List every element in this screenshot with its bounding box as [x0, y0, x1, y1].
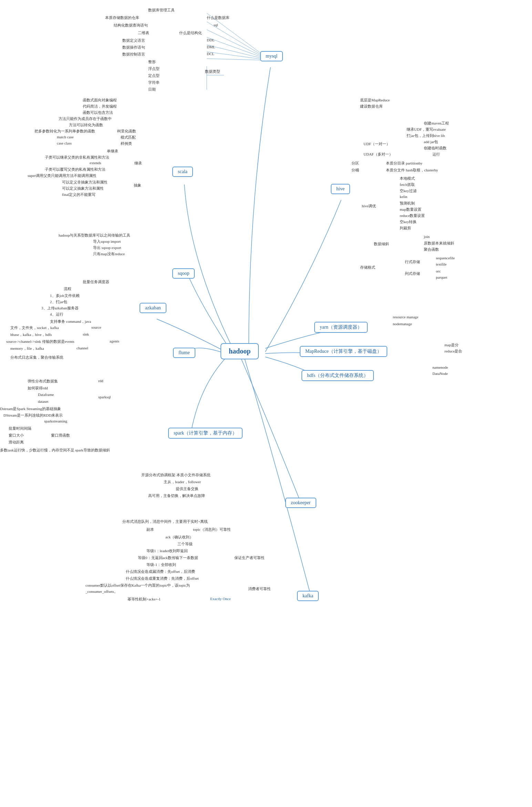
text-run: 运行 [432, 152, 440, 157]
text-maven: 创建maven工程 [424, 121, 449, 126]
text-empty-key: 空key过滤 [400, 188, 417, 193]
text-datanode: DataNode [432, 371, 448, 376]
text-agg-func: 聚合函数 [424, 247, 439, 252]
text-az-step2: 2、打jar包 [50, 299, 67, 305]
kafka-node: kafka [297, 591, 319, 601]
text-partitionby: 本质分目录 partitionby [386, 161, 422, 166]
text-hive-mr: 底层是MapReduce [360, 98, 390, 103]
text-join: join [424, 235, 430, 239]
text-ddl: DDL [207, 38, 215, 42]
text-date: 日期 [148, 87, 156, 92]
text-flume-channel: channel [76, 346, 88, 350]
text-kafka-miss: 什么情况会造成漏消费：先offset，后消费 [126, 569, 195, 574]
text-data-type: 数据类型 [205, 69, 220, 74]
text-kafka-desc: 分布式消息队列，消息中间件，主要用于实时+离线 [122, 519, 208, 524]
text-abstract-def: 可以定义抽象方法和属性 [62, 186, 104, 191]
text-flume-desc: 分布式日志采集，聚合传输系统 [10, 355, 63, 360]
text-bucket: 分桶 [351, 168, 359, 173]
center-label: hadoop [221, 343, 259, 359]
azkaban-label: azkaban [140, 303, 166, 313]
mapreduce-label: MapReduce（计算引擎，基于磁盘） [300, 346, 387, 357]
text-extends: extends [90, 161, 101, 165]
text-orc: orc [436, 269, 441, 273]
text-map-num: map数量设置 [400, 207, 421, 212]
text-single-inherit: 单继承 [107, 149, 118, 154]
text-spark-slow: 多数task运行快，少数运行慢，内存空间不足 [0, 448, 74, 453]
text-struct-query: 结构化数据查询语句 [114, 23, 148, 28]
text-zk-leader: 主从，leader，follower [164, 479, 201, 485]
text-kafka-level0: 等级0：无返回ack数传输下一条数据 [138, 555, 198, 560]
text-az-flow: 流程 [64, 286, 71, 291]
text-abstract: 抽象 [134, 183, 141, 188]
spark-node: spark（计算引擎，基于内存） [168, 428, 243, 439]
text-storage-fmt: 存储格式 [360, 265, 375, 270]
text-flume-source: source [91, 325, 101, 329]
text-sqoop-noreduce: 只有map没有reduce [93, 251, 125, 257]
text-flume-channel-items: memory，file，kafka [10, 346, 44, 351]
text-data-skew: 数据倾斜 [374, 241, 389, 247]
text-kafka-replica: 副本 [146, 527, 154, 532]
text-rdd-desc: 弹性分布式数据集 [28, 379, 58, 384]
text-batch-interval: 批量时间间隔 [9, 426, 31, 431]
text-dcl-label: 数据控制语言 [122, 52, 145, 57]
text-add-jar: add jar包 [424, 139, 438, 145]
text-jar-hive: 打jar包，上传到hive lib [407, 133, 445, 138]
hdfs-label: hdfs（分布式文件储存系统） [301, 370, 374, 381]
text-col-prune: 列裁剪 [400, 226, 411, 231]
text-scala-clean: 代码简洁，并发编程 [83, 104, 117, 109]
mapreduce-node: MapReduce（计算引擎，基于磁盘） [300, 346, 387, 357]
text-kafka-producer-reliable: 保证生产者可靠性 [234, 555, 265, 560]
hdfs-node: hdfs（分布式文件储存系统） [301, 370, 374, 381]
text-udf: UDF（一对一） [364, 141, 390, 147]
text-kelin: kelin [400, 195, 407, 199]
hive-label: hive [331, 184, 350, 194]
text-what-struct: 什么是结构化 [179, 30, 202, 36]
text-float: 浮点型 [148, 66, 160, 71]
text-ddl-label: 数据定义语言 [122, 38, 145, 43]
text-kafka-idempotent: 幂等性机制+acks=-1 [127, 597, 161, 602]
text-sqoop-export: 导出 sqoop export [93, 245, 121, 250]
text-kafka-3levels: 三个等级 [177, 541, 193, 547]
text-flume-flow: source->channel->sink 传输的数据是events [6, 339, 74, 344]
text-storage: 本质存储数据的仓库 [105, 15, 139, 20]
hive-node: hive [331, 184, 350, 194]
text-zk-ha: 提供主备交换 [176, 486, 198, 491]
text-db-tool: 数据库管理工具 [148, 8, 175, 13]
text-rdd: rdd [98, 379, 103, 383]
text-udf-evaluate: 继承UDF，重写evaluate [407, 127, 446, 132]
text-predict: 预测机制 [400, 201, 415, 206]
text-window-size: 窗口大小 [9, 433, 24, 438]
azkaban-node: azkaban [140, 303, 166, 313]
flume-label: flume [173, 348, 195, 358]
yarn-node: yarn（资源调度器） [314, 322, 368, 333]
text-final: final定义的不能重写 [62, 192, 95, 197]
text-flume-sink-items: hbase，kafka，hive，hdfs [10, 332, 52, 337]
text-what-db: 什么是数据库 [207, 15, 229, 20]
text-method-member: 方法只能作为成员存在于函数中 [59, 116, 112, 121]
mind-map: hadoop mysql 数据库管理工具 本质存储数据的仓库 什么是数据库 结构… [0, 0, 532, 807]
text-inherit: 继承 [134, 161, 142, 166]
text-sparksql: sparksql [98, 395, 111, 399]
yarn-label: yarn（资源调度器） [314, 322, 368, 333]
text-2d-table: 二维表 [138, 30, 149, 36]
text-col-store: 列式存储 [405, 271, 420, 276]
text-zk-ha2: 高可用，主备切换，解决单点故障 [148, 493, 205, 498]
text-row-store: 行式存储 [405, 259, 420, 265]
sqoop-label: sqoop [172, 268, 195, 279]
text-hive-dw: 建设数据仓库 [360, 104, 383, 109]
text-curry-func: 柯里化函数 [117, 129, 136, 134]
scala-node: scala [172, 167, 193, 177]
text-dstream-rdd: DStream是一系列连续的RDD来表示 [3, 413, 63, 418]
text-kafka-consumer-offsets: _consumer_offsets。 [85, 589, 118, 594]
text-sqoop-desc: hadoop与关系型数据库可以之间传输的工具 [59, 233, 130, 238]
text-udaf: UDAF（多对一） [364, 152, 393, 157]
text-dml: DML [207, 45, 215, 49]
text-map-split: map是分 [444, 342, 459, 348]
text-data-skew2: 原数据本来就倾斜 [424, 241, 454, 246]
text-sql: sql [214, 23, 218, 27]
text-kafka-topic: topic（消息列）可靠性 [193, 527, 231, 532]
text-flume-agents: agents [110, 339, 119, 343]
text-sample-class: 样例类 [121, 141, 132, 146]
text-kafka-level-1: 等级-1：全部收到 [146, 562, 176, 567]
text-dataset: dataset [38, 399, 49, 404]
